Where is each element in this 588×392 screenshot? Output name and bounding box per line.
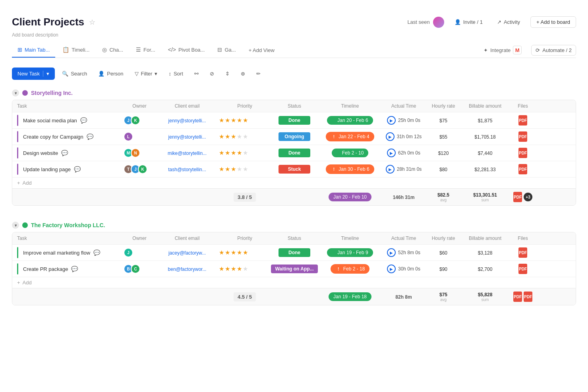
new-task-caret[interactable]: ▾ xyxy=(43,71,49,77)
comment-icon-4[interactable]: 💬 xyxy=(74,166,81,172)
person-filter-button[interactable]: 👤 Person xyxy=(94,68,127,79)
add-row-1[interactable]: + Add xyxy=(12,178,576,188)
play-icon-5[interactable]: ▶ xyxy=(387,248,396,257)
add-row-2[interactable]: + Add xyxy=(12,277,576,288)
files-count-badge-1: +3 xyxy=(524,193,532,201)
timeline-badge-4: ! Jan 30 - Feb 6 xyxy=(326,164,374,174)
activity-button[interactable]: ↗ Activity xyxy=(493,17,524,27)
timeline-tab-icon: 📋 xyxy=(62,46,69,53)
play-icon-3[interactable]: ▶ xyxy=(387,149,396,157)
summary-file-icon-1: PDF xyxy=(513,192,522,202)
email-link-4[interactable]: tash@storytellin... xyxy=(168,167,206,172)
summary-priority-1: 3.8 / 5 xyxy=(219,194,271,200)
status-badge-5[interactable]: Done xyxy=(279,248,310,257)
new-task-button[interactable]: New Task ▾ xyxy=(12,68,55,80)
email-link-2[interactable]: jenny@storytelli... xyxy=(168,134,206,140)
email-link-5[interactable]: jacey@factoryw... xyxy=(168,250,206,256)
timeline-4: ! Jan 30 - Feb 6 xyxy=(318,164,382,174)
link-icon-button[interactable]: ⚯ xyxy=(190,68,203,79)
email-1: jenny@storytelli... xyxy=(155,118,219,124)
status-1: Done xyxy=(271,116,318,125)
billable-4: $2,281.33 xyxy=(461,166,509,172)
add-to-board-button[interactable]: + Add to board xyxy=(530,16,576,28)
task-name-3: Design website 💬 xyxy=(12,147,124,158)
tab-timeline[interactable]: 📋 Timeli... xyxy=(57,42,95,58)
stars-4: ★ ★ ★ ★ ★ xyxy=(219,166,271,173)
gantt-tab-icon: ⊟ xyxy=(217,46,222,53)
file-icon-2[interactable]: PDF xyxy=(518,131,527,142)
avatar-stack-2: L xyxy=(124,132,155,141)
avatar-5a: J xyxy=(124,248,133,257)
status-badge-2[interactable]: Ongoing xyxy=(279,132,310,141)
formula-button[interactable]: ⊛ xyxy=(237,68,249,79)
filter-button[interactable]: ▽ Filter ▾ xyxy=(131,68,162,79)
summary-row-2: 4.5 / 5 Jan 19 - Feb 18 82h 8m $75 avg xyxy=(12,288,576,305)
tab-chart[interactable]: ◎ Cha... xyxy=(97,42,129,58)
play-icon-2[interactable]: ▶ xyxy=(386,132,395,141)
file-icon-3[interactable]: PDF xyxy=(518,148,527,158)
tab-gantt[interactable]: ⊟ Ga... xyxy=(212,42,241,58)
summary-actual-1: 146h 31m xyxy=(382,194,426,200)
search-button[interactable]: 🔍 Search xyxy=(58,68,91,79)
file-icon-4[interactable]: PDF xyxy=(518,164,527,174)
row-height-icon: ⇕ xyxy=(225,71,230,77)
invite-button[interactable]: 👤 Invite / 1 xyxy=(451,17,487,27)
play-icon-1[interactable]: ▶ xyxy=(387,116,396,125)
file-icon-1[interactable]: PDF xyxy=(518,115,527,126)
files-1: PDF xyxy=(509,115,537,126)
group-factory: ▾ The Factory Workshop LLC. Task Owner C… xyxy=(12,218,576,305)
brush-button[interactable]: ✏ xyxy=(252,68,265,79)
add-view-button[interactable]: + Add View xyxy=(243,43,280,57)
comment-icon-2[interactable]: 💬 xyxy=(87,133,93,140)
tab-bar: ⊞ Main Tab... 📋 Timeli... ◎ Cha... ☰ For… xyxy=(12,42,576,58)
col-header-hourly: Hourly rate xyxy=(426,103,461,109)
col-header-email: Client email xyxy=(155,103,219,109)
col-header-timeline: Timeline xyxy=(318,103,382,109)
timeline-badge-2: ! Jan 22 - Feb 4 xyxy=(326,132,374,141)
tab-main[interactable]: ⊞ Main Tab... xyxy=(12,42,55,58)
status-badge-3[interactable]: Done xyxy=(279,149,310,157)
comment-icon-1[interactable]: 💬 xyxy=(80,117,87,124)
filter-chevron-icon: ▾ xyxy=(155,71,157,77)
status-badge-1[interactable]: Done xyxy=(279,116,310,125)
status-badge-6[interactable]: Waiting on App... xyxy=(271,265,317,273)
group-collapse-icon[interactable]: ▾ xyxy=(12,89,19,97)
hide-icon-button[interactable]: ⊘ xyxy=(206,68,218,79)
play-icon-6[interactable]: ▶ xyxy=(387,265,396,273)
column-headers: Task Owner Client email Priority Status … xyxy=(12,100,576,112)
file-icon-6[interactable]: PDF xyxy=(518,264,527,274)
col-header-status: Status xyxy=(271,103,318,109)
row-height-button[interactable]: ⇕ xyxy=(221,68,234,79)
comment-icon-6[interactable]: 💬 xyxy=(71,266,78,272)
board-description[interactable]: Add board description xyxy=(12,31,576,42)
col-header-files-2: Files xyxy=(509,236,537,241)
status-badge-4[interactable]: Stuck xyxy=(279,165,310,174)
tab-pivot[interactable]: </> Pivot Boa... xyxy=(162,42,211,58)
email-link-3[interactable]: mike@storytellin... xyxy=(168,151,207,156)
star-icon[interactable]: ☆ xyxy=(89,18,95,27)
billable-1: $1,875 xyxy=(461,118,509,124)
last-seen-label: Last seen xyxy=(407,17,444,28)
table-row: Update landing page 💬 T J K tash@storyte… xyxy=(12,161,576,178)
timeline-warn-6: ! xyxy=(335,266,342,272)
owner-2: L xyxy=(124,132,155,141)
task-bar-3 xyxy=(17,147,18,158)
table-factory: Task Owner Client email Priority Status … xyxy=(12,232,576,305)
col-header-timeline-2: Timeline xyxy=(318,236,382,241)
integrate-button[interactable]: ✦ Integrate M xyxy=(480,44,525,56)
summary-file-icon-2b: PDF xyxy=(524,292,532,302)
tab-form[interactable]: ☰ For... xyxy=(130,42,161,58)
email-link-1[interactable]: jenny@storytelli... xyxy=(168,118,206,124)
group-collapse-icon-2[interactable]: ▾ xyxy=(12,222,19,229)
automate-button[interactable]: ⟳ Automate / 2 xyxy=(531,45,576,56)
file-icon-5[interactable]: PDF xyxy=(518,247,527,258)
files-5: PDF xyxy=(509,247,537,258)
comment-icon-5[interactable]: 💬 xyxy=(93,249,100,256)
comment-icon-3[interactable]: 💬 xyxy=(61,150,68,156)
email-link-6[interactable]: ben@factorywor... xyxy=(168,266,207,272)
timeline-check-1: ✓ xyxy=(332,118,336,123)
sort-button[interactable]: ↕ Sort xyxy=(164,68,187,79)
billable-6: $2,700 xyxy=(461,266,509,272)
status-5: Done xyxy=(271,248,318,257)
play-icon-4[interactable]: ▶ xyxy=(386,165,395,174)
